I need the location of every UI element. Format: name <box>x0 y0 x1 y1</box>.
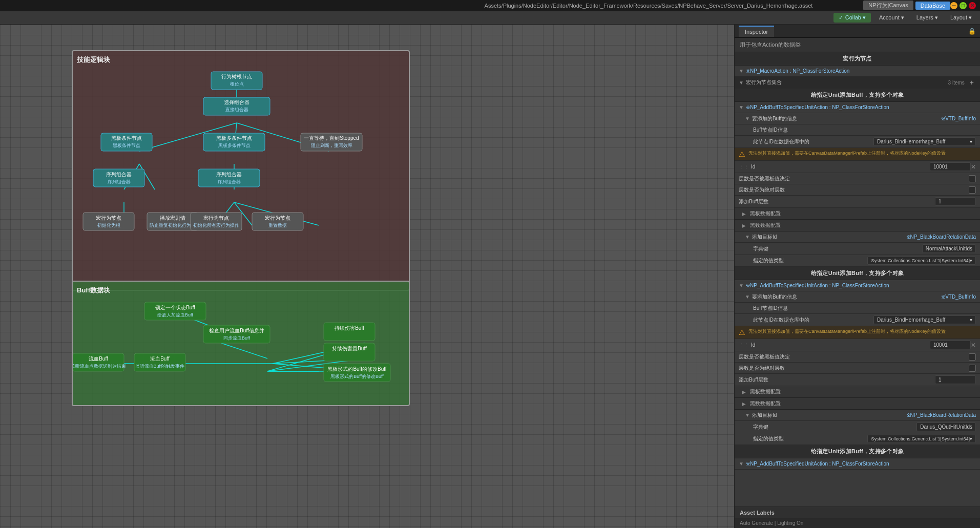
svg-text:序列组合器: 序列组合器 <box>216 172 242 177</box>
dict-key-label-1: 字典键 <box>753 245 922 252</box>
svg-text:黑板条件节点: 黑板条件节点 <box>113 143 140 148</box>
buff-id-row-2: Buff节点ID信息 <box>735 303 980 314</box>
svg-text:流血Buff: 流血Buff <box>89 356 108 362</box>
tab-canvas[interactable]: NP行为|Canvas <box>863 1 913 10</box>
svg-text:重置数据: 重置数据 <box>268 223 287 228</box>
menu-layout[interactable]: Layout ▾ <box>946 13 976 23</box>
title-tabs: NP行为|Canvas DataBase <box>863 1 950 10</box>
warning-icon-2: ⚠ <box>739 328 745 336</box>
warning-row-1: ⚠ 无法对其直接添加值，需要在CanvasDataManager/Prefab上… <box>735 148 980 161</box>
canvas-area[interactable]: 技能逻辑块 <box>0 25 734 528</box>
svg-text:宏行为节点: 宏行为节点 <box>203 215 229 221</box>
menu-account[interactable]: Account ▾ <box>875 13 908 23</box>
buff-id-label: Buff节点ID信息 <box>753 126 976 134</box>
svg-text:流血Buff: 流血Buff <box>150 356 170 362</box>
buff-store-dropdown-2[interactable]: Darius_BindHemorrhage_Buff ▾ <box>873 315 976 324</box>
svg-text:监听流血Buff的触发事件: 监听流血Buff的触发事件 <box>135 364 185 369</box>
svg-text:序列组合器: 序列组合器 <box>218 179 241 184</box>
layer-threshold-checkbox[interactable] <box>969 175 976 182</box>
minimize-button[interactable]: ─ <box>950 2 957 9</box>
id-value-2[interactable]: 10001 <box>930 341 971 349</box>
menu-collab[interactable]: ✓ Collab ▾ <box>833 13 871 23</box>
inspector-tab[interactable]: Inspector <box>739 26 774 37</box>
section1-class-row: ▼ ※NP_AddBuffToSpecifiedUnitAction : NP_… <box>735 102 980 113</box>
subsec1-row: ▼ 要添加的Buff的信息 ※VTD_BuffInfo <box>735 113 980 124</box>
dict-key-row-2: 字典键 Darius_QOutHitUnitIds <box>735 421 980 433</box>
layer-threshold-label-2: 层数是否被黑板值决定 <box>739 353 969 361</box>
skill-graph-svg: 行为树根节点 根位点 选择组合器 直接组合器 黑板条件节点 黑板条件节点 <box>73 61 401 282</box>
svg-text:选择组合器: 选择组合器 <box>224 99 249 105</box>
value-type-dropdown-1[interactable]: System.Collections.Generic.List`1[System… <box>867 257 976 265</box>
warning-row-2: ⚠ 无法对其直接添加值，需要在CanvasDataManager/Prefab上… <box>735 326 980 339</box>
svg-text:黑板多条件节点: 黑板多条件节点 <box>216 135 252 141</box>
value-type-row-2: 指定的值类型 System.Collections.Generic.List`1… <box>735 433 980 445</box>
tab-database[interactable]: DataBase <box>915 2 950 10</box>
layer-threshold-row-2: 层数是否被黑板值决定 <box>735 351 980 363</box>
asset-labels-text: Asset Labels <box>740 510 775 516</box>
svg-text:播放宏剧情: 播放宏剧情 <box>160 215 185 221</box>
value-type-label-2: 指定的值类型 <box>753 435 867 442</box>
add-target-value-2: ※NP_BlackBoardRelationData <box>906 412 976 418</box>
blackboard-config-3: ▶ 黑板数据配置 <box>735 386 980 398</box>
add-item-button[interactable]: + <box>968 78 976 87</box>
add-buff-layer-label-2: 添加Buff层数 <box>739 376 935 384</box>
menu-layers[interactable]: Layers ▾ <box>912 13 942 23</box>
svg-text:防止重复初始化行为树: 防止重复初始化行为树 <box>150 223 196 228</box>
collection-row: ▼ 宏行为节点集合 3 items + <box>735 77 980 89</box>
layer-absolute-row-2: 层数是否为绝对层数 <box>735 363 980 374</box>
buff-graph-svg: 锁定一个状态Buff 给敌人加流血Buff 检查用户流血Buff信息并 同步流血… <box>73 292 401 399</box>
title-bar: Assets/Plugins/NodeEditor/Editor/Node_Ed… <box>0 0 980 11</box>
dict-key-value-2[interactable]: Darius_QOutHitUnitIds <box>916 423 976 431</box>
dict-key-label-2: 字典键 <box>753 424 916 431</box>
macro-action-row: ▼ ※NP_MacroAction : NP_ClassForStoreActi… <box>735 66 980 77</box>
buff-store-dropdown[interactable]: Darius_BindHemorrhage_Buff ▾ <box>873 137 976 146</box>
maximize-button[interactable]: □ <box>960 2 967 9</box>
buff-store-label-2: 此节点ID在数据仓库中的 <box>753 316 873 324</box>
value-type-dropdown-2[interactable]: System.Collections.Generic.List`1[System… <box>867 435 976 443</box>
section1-class-label: ※NP_AddBuffToSpecifiedUnitAction : NP_Cl… <box>746 104 976 110</box>
layer-absolute-checkbox[interactable] <box>969 186 976 194</box>
svg-text:序列组合器: 序列组合器 <box>108 179 131 184</box>
collab-icon: ✓ <box>839 14 843 21</box>
blackboard-config-2: ▶ 黑数数据配置 <box>735 220 980 231</box>
items-count: 3 items <box>948 80 965 86</box>
close-icon-2[interactable]: ✕ <box>971 342 976 349</box>
add-target-id-row-2: ▼ 添加目标Id ※NP_BlackBoardRelationData <box>735 410 980 421</box>
close-button[interactable]: ✕ <box>969 2 976 9</box>
buff-id-row: Buff节点ID信息 <box>735 124 980 136</box>
main-layout: 技能逻辑块 <box>0 25 980 528</box>
warning-text-1: 无法对其直接添加值，需要在CanvasDataManager/Prefab上注册… <box>748 150 946 157</box>
svg-text:黑板条件节点: 黑板条件节点 <box>111 135 142 141</box>
buff-id-label-2: Buff节点ID信息 <box>753 305 976 312</box>
bottom-bar: Auto Generate | Lighting On <box>735 518 980 528</box>
section2-title: 给指定Unit添加Buff，支持多个对象 <box>735 267 980 280</box>
close-icon-1[interactable]: ✕ <box>971 163 976 171</box>
inspector-lock-icon[interactable]: 🔒 <box>968 28 976 35</box>
dict-key-value-1[interactable]: NormalAttackUnitIds <box>922 244 976 253</box>
layer-threshold-checkbox-2[interactable] <box>969 353 976 361</box>
add-buff-layer-value[interactable]: 1 <box>935 197 976 206</box>
svg-line-45 <box>221 343 267 358</box>
add-target-label: 添加目标Id <box>752 234 906 241</box>
subsec2-row: ▼ 要添加的Buff的信息 ※VTD_BuffInfo <box>735 291 980 303</box>
svg-text:序列组合器: 序列组合器 <box>106 172 132 177</box>
svg-text:根位点: 根位点 <box>230 81 244 87</box>
add-buff-layer-label: 添加Buff层数 <box>739 198 935 205</box>
inspector-content[interactable]: 用于包含Action的数据类 宏行为节点 ▼ ※NP_MacroAction :… <box>735 38 980 506</box>
svg-text:阻止刷新，重写效率: 阻止刷新，重写效率 <box>311 143 352 148</box>
section3-title: 给指定Unit添加Buff，支持多个对象 <box>735 445 980 458</box>
layer-absolute-label-2: 层数是否为绝对层数 <box>739 365 969 372</box>
add-buff-layer-value-2[interactable]: 1 <box>935 375 976 384</box>
layer-absolute-row: 层数是否为绝对层数 <box>735 184 980 196</box>
asset-labels-section: Asset Labels <box>735 506 980 518</box>
svg-text:检查用户流血Buff信息并: 检查用户流血Buff信息并 <box>209 328 264 333</box>
layer-absolute-checkbox-2[interactable] <box>969 365 976 372</box>
svg-text:锁定一个状态Buff: 锁定一个状态Buff <box>155 305 195 310</box>
id-row-2: ⋮⋮ Id 10001 ✕ <box>735 339 980 351</box>
bottom-bar-text: Auto Generate | Lighting On <box>740 520 803 526</box>
svg-text:宏行为节点: 宏行为节点 <box>96 215 121 221</box>
value-type-row-1: 指定的值类型 System.Collections.Generic.List`1… <box>735 255 980 267</box>
svg-text:黑板多条件节点: 黑板多条件节点 <box>218 143 251 148</box>
title-path: Assets/Plugins/NodeEditor/Editor/Node_Ed… <box>434 3 864 9</box>
id-value-1[interactable]: 10001 <box>930 162 971 171</box>
